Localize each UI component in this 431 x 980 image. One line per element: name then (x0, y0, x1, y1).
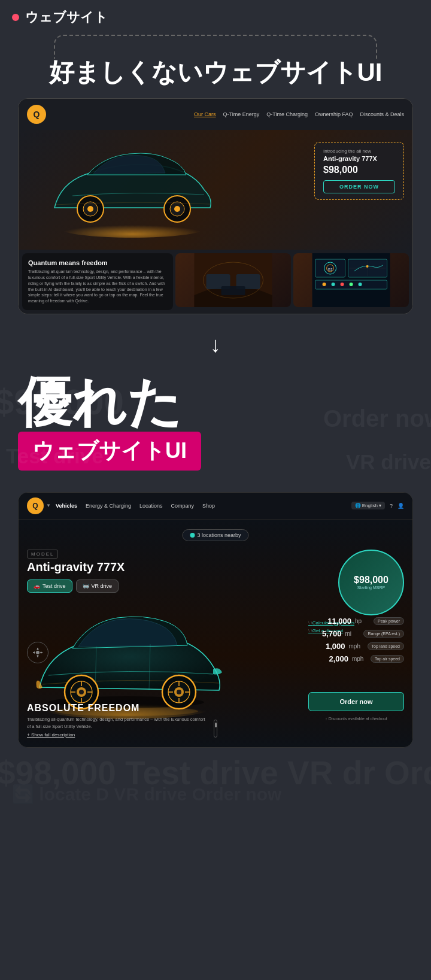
action-buttons: 🚗 Test drive 🥽 VR drive (27, 579, 119, 593)
location-dot (190, 533, 195, 538)
good-nav: Q ▼ Vehicles Energy & Charging Locations… (19, 493, 412, 520)
price-value: $98,000 (354, 575, 388, 585)
scroll-indicator (214, 720, 217, 738)
range-value: 5,700 (272, 629, 341, 638)
nav-item-charging[interactable]: Q-Time Charging (266, 111, 308, 117)
location-text: 3 locations nearby (197, 532, 241, 538)
bad-panel-title: Quantum means freedom (28, 259, 167, 266)
logo-arrow: ▼ (46, 503, 51, 508)
discount-note: ↑ Discounts available at checkout (308, 717, 404, 721)
test-drive-button[interactable]: 🚗 Test drive (27, 579, 72, 593)
bad-logo: Q (27, 105, 46, 124)
vr-drive-button[interactable]: 🥽 VR drive (76, 579, 119, 593)
hp-value: 11,000 (272, 617, 351, 626)
top-bar: ウェブサイト (0, 0, 431, 35)
price-label: Starting MSRP (357, 585, 385, 590)
good-nav-items: Vehicles Energy & Charging Locations Com… (56, 503, 215, 509)
lang-icon: 🌐 (355, 503, 361, 508)
svg-point-24 (331, 283, 335, 286)
bad-nav: Q Our Cars Q-Time Energy Q-Time Charging… (19, 99, 412, 130)
svg-marker-55 (41, 651, 43, 654)
bad-promo-box: Introducing the all new Anti-gravity 777… (314, 142, 404, 200)
land-speed-value: 1,000 (272, 642, 345, 651)
bad-car-svg (37, 142, 228, 238)
good-nav-energy[interactable]: Energy & Charging (86, 503, 131, 509)
good-description: ABSOLUTE FREEDOM Trailblazing all-quantu… (27, 703, 207, 738)
svg-point-23 (322, 283, 326, 286)
bad-nav-items: Our Cars Q-Time Energy Q-Time Charging O… (194, 111, 404, 117)
model-label: MODEL (27, 550, 58, 559)
vr-drive-label: VR drive (92, 583, 113, 589)
bad-flexible-interior-panel: Flexible Interior (175, 253, 291, 307)
model-name: Anti-gravity 777X (27, 560, 125, 574)
air-speed-badge: Top air speed (371, 655, 404, 663)
bad-ui-card: Q Our Cars Q-Time Energy Q-Time Charging… (18, 98, 413, 314)
air-speed-value: 2,000 (272, 654, 348, 663)
lang-chevron: ▾ (379, 503, 381, 508)
svg-text:G2: G2 (327, 268, 333, 271)
test-drive-label: Test drive (43, 583, 66, 589)
nav-item-deals[interactable]: Discounts & Deals (360, 111, 404, 117)
land-speed-unit: mph (349, 643, 364, 650)
good-nav-vehicles[interactable]: Vehicles (56, 503, 77, 509)
vehicle-stats: 11,000 hp Peak power 5,700 mi Range (EPA… (272, 617, 404, 663)
svg-rect-11 (221, 286, 245, 295)
desc-body: Trailblazing all-quantum technology, des… (27, 716, 207, 730)
good-hero: 3 locations nearby MODEL Anti-gravity 77… (19, 520, 412, 747)
language-selector[interactable]: 🌐 English ▾ (351, 502, 385, 509)
good-title-large: 優れた (0, 375, 431, 429)
good-nav-right: 🌐 English ▾ ? 👤 (351, 502, 404, 509)
hp-unit: hp (355, 618, 370, 624)
dashed-border-top (54, 35, 377, 59)
promo-intro: Introducing the all new (323, 148, 395, 154)
hp-badge: Peak power (374, 617, 404, 625)
promo-model: Anti-gravity 777X (323, 155, 395, 162)
good-nav-locations[interactable]: Locations (139, 503, 163, 509)
joystick-svg (32, 647, 44, 659)
joystick-control[interactable] (27, 642, 48, 663)
svg-point-26 (349, 283, 353, 286)
bottom-ghost-area: $98,000 Test drive VR dr Order now 🔄 loc… (0, 748, 431, 820)
discount-text: Discounts available at checkout (329, 717, 387, 721)
bad-bottom-panels: Quantum means freedom Trailblazing all-q… (19, 250, 412, 314)
svg-point-22 (366, 265, 368, 268)
bad-hero: Introducing the all new Anti-gravity 777… (19, 130, 412, 250)
location-badge: 3 locations nearby (182, 529, 248, 541)
discount-icon: ↑ (325, 717, 327, 721)
range-badge: Range (EPA est.) (363, 630, 404, 638)
interior-visual (175, 253, 291, 307)
air-speed-unit: mph (352, 656, 367, 662)
vr-icon: 🥽 (83, 583, 89, 589)
help-icon[interactable]: ? (390, 503, 393, 509)
bad-ai-dashboard-panel: G2 AI dashboard (293, 253, 409, 307)
bad-panel-body: Trailblazing all-quantum technology, des… (28, 269, 167, 304)
svg-point-6 (174, 206, 180, 212)
account-icon[interactable]: 👤 (397, 503, 404, 509)
svg-point-3 (87, 206, 93, 212)
good-order-button[interactable]: Order now (308, 692, 404, 711)
lang-label: English (362, 503, 378, 508)
dashboard-visual: G2 (293, 253, 409, 307)
good-ui-card: Q ▼ Vehicles Energy & Charging Locations… (18, 492, 413, 748)
nav-item-energy[interactable]: Q-Time Energy (223, 111, 260, 117)
stat-row-land-speed: 1,000 mph Top land speed (272, 642, 404, 651)
svg-marker-53 (37, 656, 39, 657)
svg-marker-52 (37, 648, 39, 650)
show-more-link[interactable]: + Show full description (27, 732, 207, 738)
steering-wheel-icon: 🚗 (34, 583, 40, 589)
desc-title: ABSOLUTE FREEDOM (27, 703, 207, 714)
good-nav-shop[interactable]: Shop (202, 503, 215, 509)
svg-point-42 (177, 690, 181, 694)
bad-section-title: 好ましくないウェブサイトUI (0, 59, 431, 98)
good-nav-company[interactable]: Company (171, 503, 195, 509)
svg-point-47 (36, 651, 40, 654)
promo-price: $98,000 (323, 165, 395, 175)
nav-item-our-cars[interactable]: Our Cars (194, 111, 216, 117)
arrow-section: ↓ (0, 314, 431, 375)
app-title: ウェブサイト (25, 8, 108, 26)
nav-item-faq[interactable]: Ownership FAQ (315, 111, 353, 117)
bad-order-button[interactable]: ORDER NOW (323, 180, 395, 193)
range-unit: mi (345, 630, 360, 637)
good-title-sub: ウェブサイトUI (18, 432, 201, 471)
good-title-sub-wrap: ウェブサイトUI (0, 429, 431, 480)
